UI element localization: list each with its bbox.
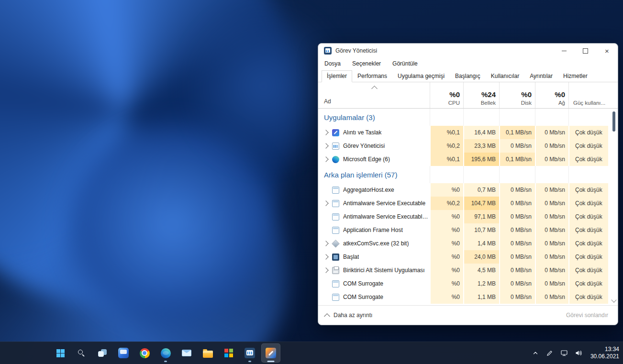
process-row[interactable]: COM Surrogate%01,2 MB0 MB/sn0 Mb/snÇok d… <box>318 277 618 290</box>
expand-chevron-icon[interactable] <box>323 241 328 246</box>
tab-uygulama-geçmişi[interactable]: Uygulama geçmişi <box>392 70 450 82</box>
chrome-icon <box>140 348 150 358</box>
process-icon-default <box>332 280 339 287</box>
tab-hizmetler[interactable]: Hizmetler <box>558 70 593 82</box>
tab-ayrıntılar[interactable]: Ayrıntılar <box>524 70 558 82</box>
cell-network: 0 Mb/sn <box>535 197 568 210</box>
cell-disk: 0 MB/sn <box>499 223 535 237</box>
scroll-down-icon[interactable] <box>611 297 616 302</box>
cell-disk: 0,1 MB/sn <box>499 126 535 139</box>
menu-goruntule[interactable]: Görüntüle <box>391 59 419 68</box>
process-list: Uygulamalar (3)Alıntı ve Taslak%0,116,4 … <box>318 109 618 305</box>
taskbar-file-explorer-button[interactable] <box>198 343 217 363</box>
scrollbar[interactable] <box>612 110 616 303</box>
cell-power: Çok düşük <box>568 139 608 153</box>
network-icon[interactable] <box>560 349 568 357</box>
taskbar-icons <box>51 343 280 363</box>
process-row[interactable]: Görev Yöneticisi%0,223,3 MB0 MB/sn0 Mb/s… <box>318 139 618 153</box>
column-header-disk[interactable]: %0Disk <box>499 82 535 108</box>
cell-network: 0 Mb/sn <box>535 250 568 264</box>
taskbar-edge-button[interactable] <box>156 343 175 363</box>
cell-power: Çok düşük <box>568 237 608 250</box>
taskbar-snip-sketch-button[interactable] <box>261 343 280 363</box>
process-icon-printer <box>332 267 339 274</box>
process-name: atkexComSvc.exe (32 bit) <box>343 240 409 247</box>
taskbar-widgets-button[interactable] <box>114 343 133 363</box>
scrollbar-thumb[interactable] <box>612 111 615 132</box>
column-header-ad[interactable]: Ad <box>318 82 430 108</box>
column-header-ağ[interactable]: %0Ağ <box>535 82 568 108</box>
process-row[interactable]: Antimalware Service Executable%0,2104,7 … <box>318 197 618 210</box>
tab-i̇şlemler[interactable]: İşlemler <box>322 70 352 82</box>
task-view-icon <box>98 349 107 357</box>
minimize-button[interactable] <box>553 44 575 58</box>
taskbar-task-view-button[interactable] <box>93 343 112 363</box>
taskbar-start-button[interactable] <box>51 343 70 363</box>
process-name: AggregatorHost.exe <box>343 187 394 193</box>
maximize-button[interactable] <box>575 44 596 58</box>
process-name-cell: COM Surrogate <box>318 277 430 290</box>
taskbar-chrome-button[interactable] <box>135 343 154 363</box>
group-header[interactable]: Uygulamalar (3) <box>318 109 618 126</box>
empty-cell <box>430 166 463 183</box>
cell-cpu: %0,1 <box>430 126 463 139</box>
expand-chevron-icon[interactable] <box>323 130 328 135</box>
column-header-bellek[interactable]: %24Bellek <box>463 82 499 108</box>
volume-icon[interactable] <box>574 349 583 357</box>
menu-dosya[interactable]: Dosya <box>323 59 342 68</box>
column-header-güç-kullanı-[interactable]: Güç kullanı... <box>568 82 608 108</box>
cell-disk: 0 MB/sn <box>499 197 535 210</box>
process-row[interactable]: AggregatorHost.exe%00,7 MB0 MB/sn0 Mb/sn… <box>318 183 618 197</box>
tab-başlangıç[interactable]: Başlangıç <box>450 70 486 82</box>
process-row[interactable]: Alıntı ve Taslak%0,116,4 MB0,1 MB/sn0 Mb… <box>318 126 618 139</box>
system-tray: 13:34 30.06.2021 <box>531 342 619 364</box>
end-task-button[interactable]: Görevi sonlandır <box>563 311 611 319</box>
expand-chevron-icon[interactable] <box>323 156 328 162</box>
fewer-details-button[interactable]: Daha az ayrıntı <box>325 312 372 319</box>
menu-bar: Dosya Seçenekler Görüntüle <box>318 58 618 69</box>
cell-power: Çok düşük <box>568 264 608 277</box>
empty-cell <box>535 166 568 183</box>
taskbar-store-button[interactable] <box>219 343 238 363</box>
cell-power: Çok düşük <box>568 223 608 237</box>
process-name-cell: Başlat <box>318 250 430 264</box>
process-row[interactable]: Biriktirici Alt Sistemi Uygulaması%04,5 … <box>318 264 618 277</box>
close-button[interactable]: × <box>596 44 618 58</box>
cell-memory: 195,6 MB <box>463 153 499 166</box>
menu-secenekler[interactable]: Seçenekler <box>351 59 382 68</box>
process-icon-edge <box>332 156 339 163</box>
taskbar-search-button[interactable] <box>72 343 91 363</box>
process-name-cell: AggregatorHost.exe <box>318 183 430 197</box>
tray-chevron-up-icon[interactable] <box>531 349 540 357</box>
process-row[interactable]: atkexComSvc.exe (32 bit)%01,4 MB0 MB/sn0… <box>318 237 618 250</box>
pen-icon[interactable] <box>545 349 554 357</box>
process-row[interactable]: Antimalware Service Executable...%097,1 … <box>318 210 618 223</box>
expand-chevron-icon[interactable] <box>323 267 328 273</box>
clock-time: 13:34 <box>605 346 619 353</box>
process-name: Başlat <box>343 254 359 260</box>
process-row[interactable]: COM Surrogate%01,1 MB0 MB/sn0 Mb/snÇok d… <box>318 290 618 304</box>
group-header[interactable]: Arka plan işlemleri (57) <box>318 166 618 183</box>
expand-chevron-icon[interactable] <box>323 143 328 148</box>
cell-disk: 0 MB/sn <box>499 139 535 153</box>
process-row[interactable]: Başlat%024,0 MB0 MB/sn0 Mb/snÇok düşük <box>318 250 618 264</box>
process-row[interactable]: Application Frame Host%010,7 MB0 MB/sn0 … <box>318 223 618 237</box>
tab-performans[interactable]: Performans <box>352 70 392 82</box>
process-row[interactable]: Microsoft Edge (6)%0,1195,6 MB0,1 MB/sn0… <box>318 153 618 166</box>
taskbar-task-manager-button[interactable] <box>240 343 259 363</box>
edge-icon <box>161 348 171 358</box>
titlebar[interactable]: Görev Yöneticisi × <box>318 44 618 58</box>
expand-chevron-icon[interactable] <box>323 254 328 259</box>
taskbar-mail-button[interactable] <box>177 343 196 363</box>
tab-kullanıcılar[interactable]: Kullanıcılar <box>486 70 524 82</box>
taskbar-clock[interactable]: 13:34 30.06.2021 <box>590 346 619 360</box>
file-explorer-icon <box>203 351 213 358</box>
expand-chevron-icon[interactable] <box>323 200 328 206</box>
empty-cell <box>568 166 608 183</box>
cell-memory: 1,1 MB <box>463 290 499 304</box>
cell-memory: 4,5 MB <box>463 264 499 277</box>
column-header-cpu[interactable]: %0CPU <box>430 82 463 108</box>
cell-network: 0 Mb/sn <box>535 277 568 290</box>
task-manager-window: Görev Yöneticisi × Dosya Seçenekler Görü… <box>318 43 618 325</box>
empty-cell <box>463 109 499 126</box>
